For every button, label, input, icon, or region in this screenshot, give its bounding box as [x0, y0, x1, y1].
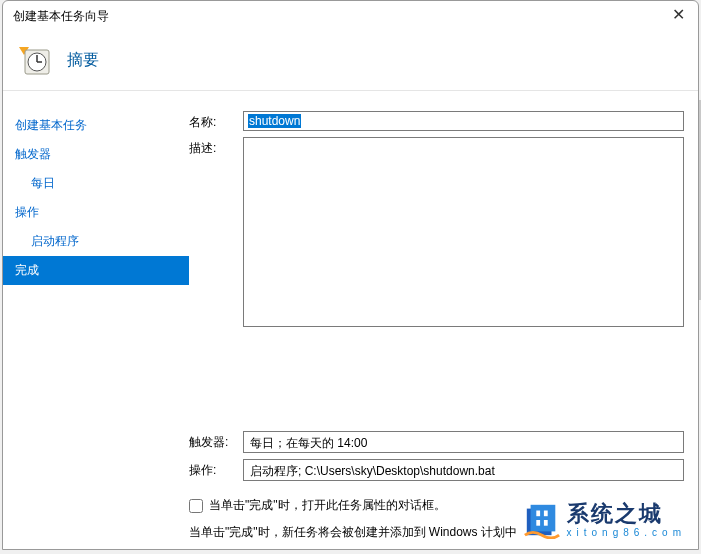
wizard-window: 创建基本任务向导 ✕ 摘要 创建基本任务 触发器 每日 操作 启动程序 完成	[2, 0, 699, 550]
watermark-logo-icon	[523, 501, 561, 539]
row-trigger: 触发器: 每日；在每天的 14:00	[189, 431, 684, 453]
action-label: 操作:	[189, 459, 231, 479]
nav-finish[interactable]: 完成	[3, 256, 189, 285]
watermark: 系统之城 xitong86.com	[517, 497, 692, 543]
trigger-value: 每日；在每天的 14:00	[243, 431, 684, 453]
trigger-label: 触发器:	[189, 431, 231, 451]
action-value: 启动程序; C:\Users\sky\Desktop\shutdown.bat	[243, 459, 684, 481]
row-action: 操作: 启动程序; C:\Users\sky\Desktop\shutdown.…	[189, 459, 684, 481]
nav-daily[interactable]: 每日	[3, 169, 189, 198]
clock-task-icon	[19, 45, 51, 77]
desc-field[interactable]	[243, 137, 684, 327]
watermark-text: 系统之城 xitong86.com	[567, 502, 686, 537]
row-name: 名称: shutdown	[189, 111, 684, 131]
close-icon: ✕	[672, 6, 685, 23]
nav-trigger[interactable]: 触发器	[3, 140, 189, 169]
close-button[interactable]: ✕	[666, 4, 690, 28]
name-value: shutdown	[248, 114, 301, 128]
content-panel: 名称: shutdown 描述: 触发器: 每日；在每天的 14:00 操作: …	[189, 91, 698, 549]
nav-start-program[interactable]: 启动程序	[3, 227, 189, 256]
name-label: 名称:	[189, 111, 231, 131]
name-field[interactable]: shutdown	[243, 111, 684, 131]
svg-rect-7	[536, 511, 540, 517]
open-properties-checkbox[interactable]	[189, 499, 203, 513]
svg-rect-6	[530, 505, 555, 532]
nav-action[interactable]: 操作	[3, 198, 189, 227]
window-title: 创建基本任务向导	[13, 8, 109, 25]
page-title: 摘要	[67, 50, 99, 71]
watermark-sub: xitong86.com	[567, 527, 686, 538]
open-properties-label: 当单击"完成"时，打开此任务属性的对话框。	[209, 497, 446, 514]
wizard-body: 创建基本任务 触发器 每日 操作 启动程序 完成 名称: shutdown 描述…	[3, 91, 698, 549]
svg-rect-10	[543, 520, 547, 526]
svg-rect-8	[543, 511, 547, 517]
svg-rect-9	[536, 520, 540, 526]
titlebar: 创建基本任务向导 ✕	[3, 1, 698, 31]
watermark-main: 系统之城	[567, 502, 686, 526]
wizard-header: 摘要	[3, 31, 698, 91]
desc-label: 描述:	[189, 137, 231, 157]
nav-create-basic-task[interactable]: 创建基本任务	[3, 111, 189, 140]
row-desc: 描述:	[189, 137, 684, 327]
wizard-nav: 创建基本任务 触发器 每日 操作 启动程序 完成	[3, 91, 189, 549]
